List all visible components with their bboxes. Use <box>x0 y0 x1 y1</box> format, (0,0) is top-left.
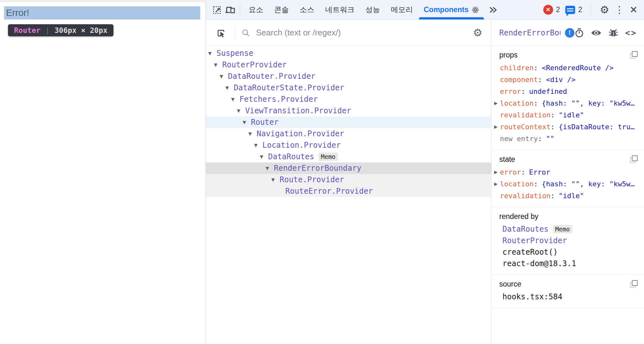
tree-row-Location.Provider[interactable]: ▼Location.Provider <box>206 139 491 151</box>
section-rows: children:<RenderedRoute />component:<div… <box>492 62 638 145</box>
prop-row-new-entry[interactable]: new entry:"" <box>492 133 638 145</box>
copy-icon[interactable] <box>630 280 638 288</box>
more-tabs-icon[interactable] <box>487 4 499 16</box>
tree-row-DataRouter.Provider[interactable]: ▼DataRouter.Provider <box>206 71 491 82</box>
rendered-by-rows: DataRoutesMemoRouterProvidercreateRoot()… <box>492 223 638 269</box>
tree-row-Fetchers.Provider[interactable]: ▼Fetchers.Provider <box>206 93 491 105</box>
expander-icon[interactable]: ▼ <box>214 62 222 67</box>
prop-value: {hash: "", key: "kw5w… <box>542 97 634 109</box>
expander-icon[interactable]: ▼ <box>225 85 234 90</box>
prop-row-revalidation[interactable]: revalidation:"idle" <box>492 190 638 202</box>
inspect-dom-eye-icon[interactable] <box>591 29 602 37</box>
tree-row-Suspense[interactable]: ▼Suspense <box>206 48 491 59</box>
owner-link[interactable]: DataRoutes <box>502 223 549 235</box>
tree-row-Route.Provider[interactable]: ▼Route.Provider <box>206 174 491 185</box>
error-icon: ✕ <box>543 5 553 15</box>
expander-icon[interactable]: ▶ <box>492 121 500 133</box>
tab-소스[interactable]: 소스 <box>294 0 320 19</box>
tab-label: 메모리 <box>391 5 413 15</box>
tree-row-RenderErrorBoundary[interactable]: ▼RenderErrorBoundary <box>206 162 491 174</box>
close-devtools-icon[interactable]: ✕ <box>630 5 638 15</box>
prop-row-error[interactable]: error:undefined <box>492 86 638 97</box>
prop-row-location[interactable]: ▶location:{hash: "", key: "kw5w… <box>492 97 638 109</box>
tab-components[interactable]: Components <box>418 0 485 19</box>
copy-icon[interactable] <box>630 155 638 163</box>
expander-icon[interactable]: ▶ <box>492 178 500 190</box>
component-name: RenderErrorBoundary <box>274 164 362 173</box>
page-top-edge <box>0 0 206 2</box>
prop-row-routeContext[interactable]: ▶routeContext:{isDataRoute: tru… <box>492 121 638 133</box>
section-header: source <box>492 279 638 289</box>
tree-row-ViewTransition.Provider[interactable]: ▼ViewTransition.Provider <box>206 105 491 116</box>
device-toolbar-icon[interactable] <box>224 4 237 16</box>
expander-icon[interactable]: ▶ <box>492 166 500 178</box>
tab-콘솔[interactable]: 콘솔 <box>269 0 294 19</box>
owner-link[interactable]: RouterProvider <box>502 235 567 246</box>
tree-row-RouteError.Provider[interactable]: RouteError.Provider <box>206 185 491 197</box>
prop-key: location <box>500 178 534 190</box>
prop-key: error <box>500 86 521 97</box>
tree-row-Navigation.Provider[interactable]: ▼Navigation.Provider <box>206 128 491 139</box>
log-to-console-bug-icon[interactable] <box>608 28 618 38</box>
controls-separator <box>591 4 591 16</box>
view-source-icon[interactable]: <> <box>625 28 637 38</box>
rendered-by-RouterProvider[interactable]: RouterProvider <box>492 235 638 246</box>
no-expander <box>492 74 500 86</box>
tabbar-separator <box>240 4 240 16</box>
prop-value: "" <box>546 133 554 145</box>
kebab-menu-icon[interactable]: ⋮ <box>615 5 624 15</box>
components-settings-icon[interactable]: ⚙ <box>473 27 482 38</box>
prop-key: revalidation <box>500 190 551 202</box>
source-location[interactable]: hooks.tsx:584 <box>492 291 638 303</box>
prop-row-children[interactable]: children:<RenderedRoute /> <box>492 62 638 74</box>
component-details-pane: RenderErrorBou… ! <box>491 20 644 344</box>
select-element-icon[interactable] <box>216 27 227 39</box>
section-header: state <box>492 154 638 164</box>
tree-row-RouterProvider[interactable]: ▼RouterProvider <box>206 59 491 71</box>
section-header: props <box>492 50 638 60</box>
tree-row-Router[interactable]: ▼Router <box>206 116 491 128</box>
prop-row-location[interactable]: ▶location:{hash: "", key: "kw5w… <box>492 178 638 190</box>
search-separator <box>235 26 235 40</box>
section-state: state▶error:Error▶location:{hash: "", ke… <box>492 150 644 207</box>
rendered-by-DataRoutes[interactable]: DataRoutesMemo <box>492 223 638 235</box>
memo-badge: Memo <box>318 153 338 161</box>
tree-row-DataRouterState.Provider[interactable]: ▼DataRouterState.Provider <box>206 82 491 93</box>
expander-icon[interactable]: ▼ <box>260 154 268 159</box>
section-title: state <box>492 155 515 164</box>
prop-colon: : <box>551 121 555 133</box>
console-messages-badge[interactable]: 2 <box>565 5 582 14</box>
expander-icon[interactable]: ▼ <box>248 131 257 136</box>
expander-icon[interactable]: ▼ <box>243 120 251 125</box>
expander-icon[interactable]: ▼ <box>266 166 274 171</box>
no-expander <box>492 62 500 74</box>
devtools-settings-icon[interactable]: ⚙ <box>600 4 609 15</box>
tree-row-DataRoutes[interactable]: ▼DataRoutesMemo <box>206 151 491 162</box>
screen: Error! Router | 306px × 20px <box>0 0 644 344</box>
component-name: DataRoutes <box>268 152 314 161</box>
prop-key: revalidation <box>500 109 551 121</box>
expander-icon[interactable]: ▼ <box>237 108 245 113</box>
expander-icon[interactable]: ▶ <box>492 97 500 109</box>
expander-icon[interactable]: ▼ <box>208 51 216 56</box>
prop-row-component[interactable]: component:<div /> <box>492 74 638 86</box>
tab-성능[interactable]: 성능 <box>360 0 385 19</box>
tab-메모리[interactable]: 메모리 <box>385 0 418 19</box>
copy-icon[interactable] <box>630 51 638 59</box>
prop-colon: : <box>521 86 525 97</box>
tab-요소[interactable]: 요소 <box>243 0 269 19</box>
devtools-tabs: 요소콘솔소스네트워크성능메모리Components <box>243 0 485 19</box>
prop-row-revalidation[interactable]: revalidation:"idle" <box>492 109 638 121</box>
prop-row-error[interactable]: ▶error:Error <box>492 166 638 178</box>
inspect-element-icon[interactable] <box>211 4 224 16</box>
components-search-input[interactable] <box>255 27 469 38</box>
prop-value: <RenderedRoute /> <box>542 62 613 74</box>
expander-icon[interactable]: ▼ <box>231 97 239 102</box>
expander-icon[interactable]: ▼ <box>220 74 228 79</box>
tab-네트워크[interactable]: 네트워크 <box>320 0 360 19</box>
search-icon <box>241 28 250 37</box>
expander-icon[interactable]: ▼ <box>271 177 280 182</box>
console-errors-badge[interactable]: ✕ 2 <box>543 5 560 15</box>
expander-icon[interactable]: ▼ <box>254 143 262 148</box>
suspend-toggle-icon[interactable] <box>574 28 584 38</box>
